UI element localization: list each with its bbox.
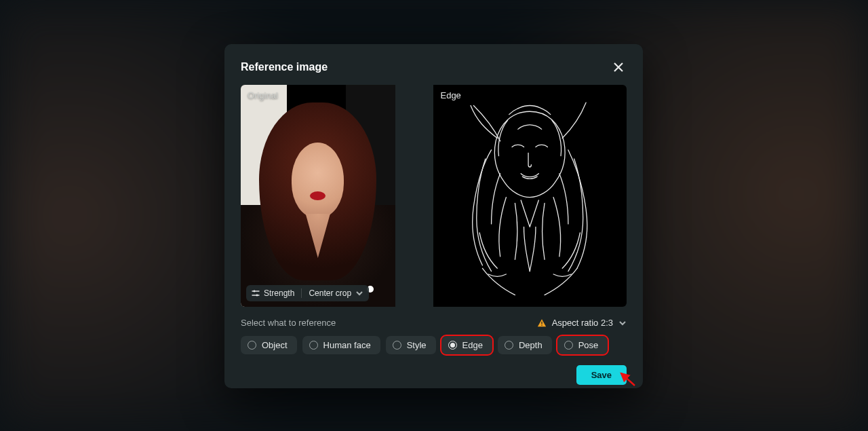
sliders-icon	[252, 289, 260, 297]
chevron-down-icon	[618, 319, 627, 327]
radio-icon	[393, 341, 401, 350]
modal-header: Reference image	[224, 44, 643, 85]
reference-option-edge[interactable]: Edge	[441, 336, 492, 354]
reference-image-modal: Reference image Original	[224, 44, 643, 388]
save-button[interactable]: Save	[576, 365, 627, 385]
reference-option-human-face[interactable]: Human face	[302, 336, 380, 354]
reference-option-depth[interactable]: Depth	[498, 336, 552, 354]
result-label: Edge	[440, 90, 460, 100]
reference-option-label: Style	[407, 340, 427, 350]
crop-mode-dropdown[interactable]: Center crop	[309, 288, 363, 298]
radio-icon	[448, 341, 457, 350]
modal-title: Reference image	[241, 61, 328, 73]
reference-option-object[interactable]: Object	[241, 336, 297, 354]
radio-icon	[505, 341, 513, 350]
close-button[interactable]	[610, 59, 627, 75]
strength-label: Strength	[264, 288, 294, 298]
original-label: Original	[248, 90, 278, 100]
reference-option-style[interactable]: Style	[386, 336, 436, 354]
edge-detection-image	[433, 85, 627, 307]
radio-icon	[248, 341, 256, 350]
modal-footer: Save	[224, 354, 643, 385]
reference-option-pose[interactable]: Pose	[557, 336, 608, 354]
reference-option-label: Human face	[323, 340, 371, 350]
select-reference-label: Select what to reference	[241, 318, 336, 328]
strength-control[interactable]: Strength	[252, 288, 294, 298]
reference-option-label: Object	[262, 340, 288, 350]
reference-option-label: Depth	[519, 340, 542, 350]
separator	[301, 288, 302, 298]
radio-icon	[309, 341, 318, 350]
chevron-down-icon	[355, 289, 363, 297]
svg-rect-3	[541, 324, 542, 325]
original-image-panel: Original Strength	[241, 85, 395, 307]
original-image	[241, 85, 395, 307]
reference-options-row: ObjectHuman faceStyleEdgeDepthPose	[224, 332, 643, 354]
aspect-ratio-label: Aspect ratio 2:3	[552, 318, 613, 328]
svg-point-1	[256, 295, 258, 297]
radio-icon	[564, 341, 573, 350]
reference-option-label: Pose	[578, 340, 599, 350]
edge-result-panel: Edge	[433, 85, 627, 307]
reference-section-header: Select what to reference Aspect ratio 2:…	[224, 307, 643, 332]
reference-option-label: Edge	[462, 340, 483, 350]
svg-point-0	[254, 291, 256, 293]
aspect-ratio-dropdown[interactable]: Aspect ratio 2:3	[537, 318, 627, 328]
warning-icon	[537, 318, 547, 328]
image-overlay-controls: Strength Center crop	[246, 285, 369, 301]
crop-mode-label: Center crop	[309, 288, 351, 298]
close-icon	[613, 62, 624, 73]
svg-rect-2	[541, 321, 542, 324]
image-comparison-row: Original Strength	[224, 85, 643, 307]
